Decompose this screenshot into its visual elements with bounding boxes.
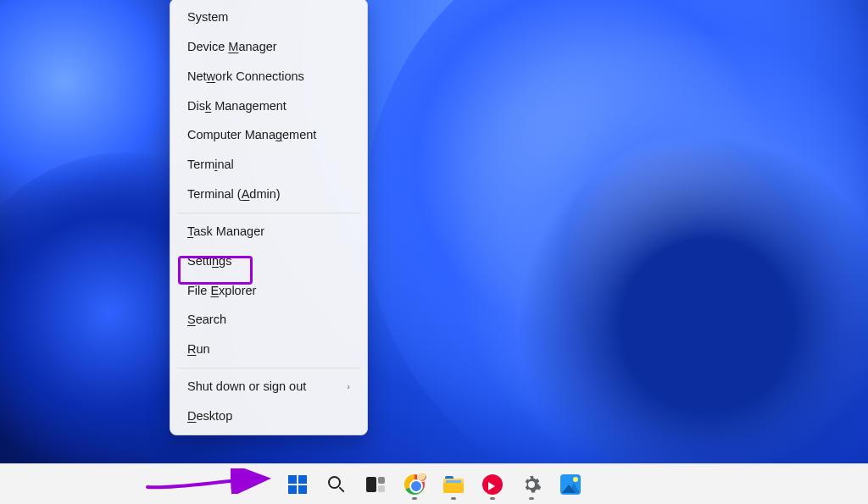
ilovepdf-button[interactable] xyxy=(476,468,509,501)
task-view-icon xyxy=(366,477,385,492)
menu-item-network-connections[interactable]: Network Connections xyxy=(170,62,367,91)
menu-item-label: Task Manager xyxy=(187,224,264,240)
menu-item-task-manager[interactable]: Task Manager xyxy=(170,217,367,246)
desktop-wallpaper: SystemDevice ManagerNetwork ConnectionsD… xyxy=(0,0,868,504)
menu-item-device-manager[interactable]: Device Manager xyxy=(170,32,367,62)
menu-item-label: System xyxy=(187,9,228,25)
menu-item-label: Network Connections xyxy=(187,69,304,85)
menu-item-label: Settings xyxy=(187,253,231,269)
running-indicator xyxy=(451,497,456,500)
ilovepdf-icon xyxy=(482,474,503,495)
windows-logo-icon xyxy=(288,475,307,494)
menu-item-label: Search xyxy=(187,312,226,328)
file-explorer-icon xyxy=(443,476,464,493)
task-view-button[interactable] xyxy=(359,468,392,501)
start-button[interactable] xyxy=(281,468,314,501)
menu-item-system[interactable]: System xyxy=(170,3,367,32)
menu-item-run[interactable]: Run xyxy=(170,335,367,364)
running-indicator xyxy=(412,497,417,500)
menu-item-label: Terminal (Admin) xyxy=(187,186,281,202)
search-button[interactable] xyxy=(320,468,353,501)
settings-button[interactable] xyxy=(515,468,548,501)
menu-item-terminal[interactable]: Terminal xyxy=(170,150,367,180)
menu-item-desktop[interactable]: Desktop xyxy=(170,402,367,431)
profile-badge-icon xyxy=(417,472,427,482)
chrome-button[interactable] xyxy=(398,468,431,501)
menu-item-label: Shut down or sign out xyxy=(187,379,306,395)
menu-item-label: Disk Management xyxy=(187,98,287,114)
gear-icon xyxy=(521,474,542,495)
menu-separator xyxy=(177,213,360,213)
menu-item-label: Device Manager xyxy=(187,39,277,55)
menu-item-search[interactable]: Search xyxy=(170,305,367,335)
taskbar xyxy=(0,463,868,504)
menu-item-disk-management[interactable]: Disk Management xyxy=(170,91,367,121)
menu-item-label: Run xyxy=(187,341,210,357)
menu-item-label: Desktop xyxy=(187,408,232,424)
photos-icon xyxy=(560,474,581,495)
menu-item-file-explorer[interactable]: File Explorer xyxy=(170,276,367,306)
menu-item-label: Computer Management xyxy=(187,127,316,143)
menu-item-settings[interactable]: Settings xyxy=(170,246,367,276)
menu-item-terminal-admin[interactable]: Terminal (Admin) xyxy=(170,180,367,209)
winx-context-menu: SystemDevice ManagerNetwork ConnectionsD… xyxy=(170,0,368,435)
file-explorer-button[interactable] xyxy=(437,468,470,501)
chrome-icon xyxy=(404,474,425,495)
menu-item-label: File Explorer xyxy=(187,283,256,299)
menu-item-shut-down-or-sign-out[interactable]: Shut down or sign out› xyxy=(170,372,367,402)
menu-item-label: Terminal xyxy=(187,157,234,173)
menu-item-computer-management[interactable]: Computer Management xyxy=(170,120,367,150)
search-icon xyxy=(327,475,346,494)
running-indicator xyxy=(490,497,495,500)
chevron-right-icon: › xyxy=(347,380,350,392)
menu-separator xyxy=(177,368,360,368)
running-indicator xyxy=(529,497,534,500)
photos-button[interactable] xyxy=(554,468,587,501)
